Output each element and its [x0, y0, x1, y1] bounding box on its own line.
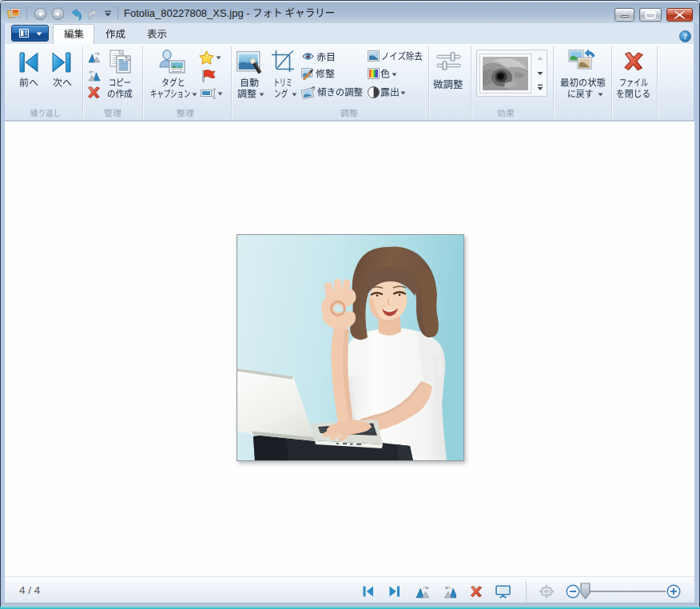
svg-text:?: ? [683, 32, 687, 41]
